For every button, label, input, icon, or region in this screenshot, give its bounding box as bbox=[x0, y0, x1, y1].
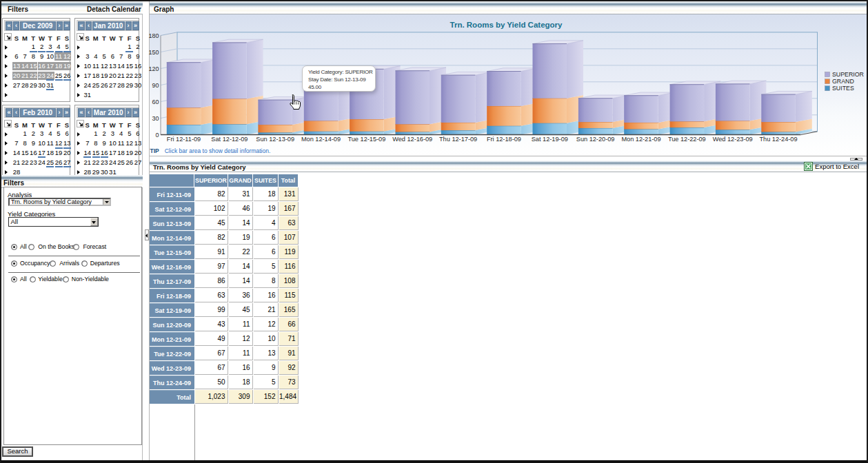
svg-text:Wed 12-16-09: Wed 12-16-09 bbox=[392, 136, 432, 143]
svg-text:90: 90 bbox=[152, 82, 159, 89]
svg-text:Sat 12-12-09: Sat 12-12-09 bbox=[211, 136, 248, 143]
svg-text:Sun 12-20-09: Sun 12-20-09 bbox=[576, 136, 615, 143]
svg-text:120: 120 bbox=[148, 65, 159, 72]
svg-text:Sat 12-19-09: Sat 12-19-09 bbox=[532, 136, 568, 143]
svg-text:SUITES: SUITES bbox=[832, 85, 854, 92]
svg-text:60: 60 bbox=[152, 99, 159, 105]
svg-text:Thu 12-17-09: Thu 12-17-09 bbox=[439, 136, 477, 143]
svg-text:Fri 12-18-09: Fri 12-18-09 bbox=[487, 136, 521, 143]
svg-text:150: 150 bbox=[148, 49, 159, 56]
svg-text:Wed 12-23-09: Wed 12-23-09 bbox=[713, 136, 753, 143]
svg-text:Thu 12-24-09: Thu 12-24-09 bbox=[759, 136, 797, 143]
svg-text:Mon 12-21-09: Mon 12-21-09 bbox=[621, 136, 660, 143]
svg-text:Tue 12-22-09: Tue 12-22-09 bbox=[668, 136, 706, 143]
svg-text:30: 30 bbox=[152, 115, 159, 122]
svg-text:Sun 12-13-09: Sun 12-13-09 bbox=[256, 136, 294, 143]
svg-text:Mon 12-14-09: Mon 12-14-09 bbox=[301, 136, 341, 143]
svg-text:0: 0 bbox=[155, 132, 159, 138]
svg-text:GRAND: GRAND bbox=[832, 78, 854, 85]
svg-text:Tue 12-15-09: Tue 12-15-09 bbox=[347, 136, 385, 143]
svg-text:Fri 12-11-09: Fri 12-11-09 bbox=[167, 136, 201, 143]
svg-text:SUPERIOR: SUPERIOR bbox=[832, 71, 864, 78]
svg-text:180: 180 bbox=[148, 32, 159, 39]
svg-text:Trn. Rooms by Yield Category: Trn. Rooms by Yield Category bbox=[450, 21, 563, 29]
